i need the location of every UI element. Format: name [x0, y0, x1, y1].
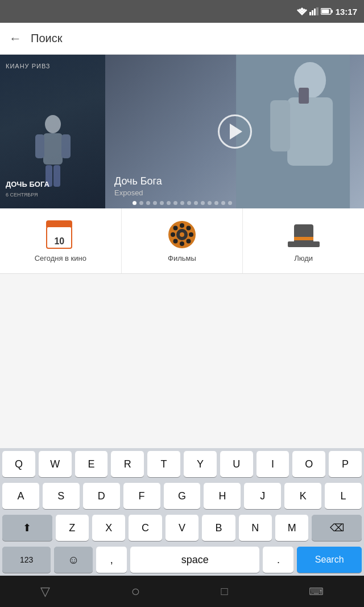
- key-w[interactable]: W: [39, 451, 72, 477]
- status-icons: 13:17: [297, 7, 357, 17]
- key-f[interactable]: F: [123, 483, 160, 509]
- key-s[interactable]: S: [43, 483, 80, 509]
- svg-point-29: [187, 239, 191, 243]
- banner-info: Дочь Бога Exposed: [114, 175, 162, 197]
- search-title: Поиск: [31, 32, 62, 45]
- play-triangle-icon: [230, 124, 242, 140]
- period-key[interactable]: .: [263, 547, 293, 573]
- banner-left-poster: КИАНУ РИВЗ ДОЧЬ БОГА6 СЕНТЯБРЯ: [0, 55, 105, 208]
- nav-back-icon[interactable]: ▽: [40, 584, 50, 599]
- key-e[interactable]: E: [75, 451, 108, 477]
- key-l[interactable]: L: [325, 483, 362, 509]
- banner-right-scene: Дочь Бога Exposed: [105, 55, 364, 208]
- key-c[interactable]: C: [129, 515, 162, 541]
- keyboard-row-3: ⬆ Z X C V B N M ⌫: [0, 512, 364, 544]
- key-d[interactable]: D: [83, 483, 120, 509]
- backspace-key[interactable]: ⌫: [312, 515, 362, 541]
- category-films-label: Фильмы: [168, 254, 196, 263]
- categories: 10 Сегодня в кино Фильмы: [0, 208, 364, 274]
- key-u[interactable]: U: [220, 451, 253, 477]
- reel-icon: [167, 220, 197, 249]
- status-bar: 13:17: [0, 0, 364, 23]
- key-a[interactable]: A: [2, 483, 39, 509]
- key-j[interactable]: J: [244, 483, 281, 509]
- key-x[interactable]: X: [92, 515, 125, 541]
- key-p[interactable]: P: [329, 451, 362, 477]
- key-i[interactable]: I: [257, 451, 289, 477]
- keyboard-row-4: 123 ☺ , space . Search: [0, 544, 364, 576]
- svg-rect-12: [35, 134, 44, 158]
- category-today-cinema[interactable]: 10 Сегодня в кино: [0, 208, 122, 273]
- key-m[interactable]: M: [275, 515, 308, 541]
- numbers-key[interactable]: 123: [2, 547, 51, 573]
- left-poster-title: ДОЧЬ БОГА6 СЕНТЯБРЯ: [6, 180, 100, 199]
- key-z[interactable]: Z: [56, 515, 89, 541]
- key-o[interactable]: O: [292, 451, 325, 477]
- keyboard-row-1: Q W E R T Y U I O P: [0, 448, 364, 480]
- svg-rect-18: [287, 97, 333, 166]
- comma-key[interactable]: ,: [96, 547, 127, 573]
- dot-11: [208, 201, 212, 205]
- svg-rect-20: [299, 88, 309, 104]
- banner: КИАНУ РИВЗ ДОЧЬ БОГА6 СЕНТЯБРЯ Дочь Бог: [0, 55, 364, 208]
- svg-rect-11: [43, 133, 63, 165]
- keyboard-row-2: A S D F G H J K L: [0, 480, 364, 512]
- key-n[interactable]: N: [239, 515, 272, 541]
- search-key[interactable]: Search: [297, 547, 362, 573]
- key-r[interactable]: R: [111, 451, 144, 477]
- svg-point-23: [180, 232, 184, 237]
- key-t[interactable]: T: [147, 451, 180, 477]
- dot-13: [221, 201, 225, 205]
- hat-icon: [289, 220, 318, 249]
- svg-rect-8: [321, 10, 329, 14]
- svg-point-26: [171, 232, 175, 237]
- nav-keyboard-icon[interactable]: ⌨: [309, 585, 324, 598]
- actor-label: КИАНУ РИВЗ: [6, 63, 51, 69]
- play-button[interactable]: [218, 114, 252, 149]
- category-people-label: Люди: [294, 254, 313, 263]
- category-today-label: Сегодня в кино: [35, 254, 86, 263]
- wifi-icon: [297, 7, 307, 15]
- keyboard: Q W E R T Y U I O P A S D F G H J K L ⬆ …: [0, 448, 364, 576]
- svg-rect-19: [270, 100, 290, 151]
- banner-movie-subtitle: Exposed: [114, 188, 162, 197]
- dot-14: [228, 201, 232, 205]
- calendar-icon: 10: [46, 220, 75, 249]
- svg-point-10: [45, 115, 61, 133]
- space-key[interactable]: space: [130, 547, 259, 573]
- dot-7: [180, 201, 184, 205]
- dot-3: [153, 201, 157, 205]
- dot-0: [133, 201, 136, 205]
- status-time: 13:17: [336, 7, 357, 17]
- dot-2: [146, 201, 150, 205]
- category-people[interactable]: Люди: [243, 208, 364, 273]
- nav-recent-icon[interactable]: □: [221, 585, 228, 598]
- search-header: ← Поиск: [0, 23, 364, 55]
- nav-home-icon[interactable]: ○: [131, 583, 140, 600]
- battery-icon: [321, 8, 333, 15]
- key-k[interactable]: K: [284, 483, 321, 509]
- svg-rect-3: [309, 12, 311, 15]
- svg-rect-4: [312, 10, 313, 15]
- svg-point-30: [187, 225, 191, 230]
- key-h[interactable]: H: [204, 483, 241, 509]
- key-v[interactable]: V: [166, 515, 198, 541]
- dot-12: [214, 201, 218, 205]
- shift-key[interactable]: ⬆: [2, 515, 52, 541]
- banner-movie-title: Дочь Бога: [114, 175, 162, 187]
- svg-rect-6: [316, 7, 318, 15]
- key-q[interactable]: Q: [2, 451, 35, 477]
- signal-icon: [309, 7, 318, 15]
- svg-point-25: [180, 241, 184, 246]
- key-y[interactable]: Y: [184, 451, 217, 477]
- category-films[interactable]: Фильмы: [122, 208, 243, 273]
- svg-point-24: [180, 223, 184, 228]
- key-b[interactable]: B: [202, 515, 235, 541]
- film-reel-svg: [167, 220, 197, 249]
- carousel-dots: [0, 201, 364, 205]
- emoji-key[interactable]: ☺: [54, 547, 93, 573]
- svg-rect-13: [61, 134, 71, 158]
- back-button[interactable]: ←: [9, 31, 22, 46]
- svg-point-31: [173, 239, 178, 243]
- key-g[interactable]: G: [164, 483, 201, 509]
